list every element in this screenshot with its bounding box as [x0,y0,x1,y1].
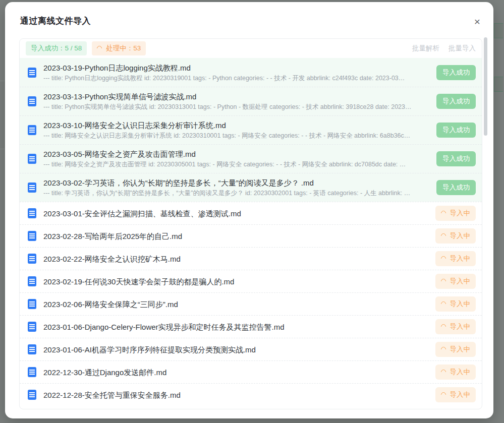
batch-parse-button[interactable]: 批量解析 [412,44,439,53]
file-name: 2022-12-30-通过Django发送邮件.md [43,367,428,378]
file-list: 2023-03-19-Python日志logging实战教程.md --- ti… [20,58,482,406]
file-list-panel: 导入成功：5 / 58 处理中：53 批量解析 批量导入 2023-03-19-… [19,38,482,409]
spinner-icon [439,346,446,353]
status-badge-importing: 导入中 [435,228,476,244]
status-badge-importing: 导入中 [435,365,476,380]
document-icon [28,231,36,241]
file-name: 2023-03-01-安全评估之漏洞扫描、基线检查、渗透测试.md [43,208,428,219]
spinner-icon [439,323,446,330]
document-icon [28,208,36,218]
scrollbar-thumb[interactable] [484,37,487,136]
spinner-icon [439,300,446,308]
status-badge-importing: 导入中 [435,342,476,357]
success-count-badge: 导入成功：5 / 58 [26,41,87,55]
document-icon [28,299,36,309]
document-icon [28,154,36,164]
document-icon [28,344,36,354]
file-name: 2023-02-28-写给两年后2025年的自己.md [43,230,428,242]
file-row: 2023-02-28-写给两年后2025年的自己.md 导入中 [20,224,482,247]
panel-toolbar: 导入成功：5 / 58 处理中：53 批量解析 批量导入 [20,39,482,58]
obscured-background-item [494,77,503,92]
document-icon [28,68,36,78]
file-meta: --- title: Python日志logging实战教程 id: 20230… [43,74,429,83]
status-badge-importing: 导入中 [435,319,476,334]
spinner-icon [439,210,446,217]
status-badge-importing: 导入中 [435,251,476,266]
spinner-icon [439,369,446,376]
file-name: 2023-03-19-Python日志logging实战教程.md [43,62,429,74]
batch-import-button[interactable]: 批量导入 [449,44,476,53]
file-name: 2023-02-22-网络安全之认识挖矿木马.md [43,253,428,265]
document-icon [28,96,36,106]
status-badge-success: 导入成功 [436,180,476,195]
file-name: 2023-03-13-Python实现简单信号滤波实战.md [43,91,429,102]
spinner-icon [439,255,446,262]
status-badge-importing: 导入中 [435,296,476,312]
file-row: 2023-01-06-AI机器学习时序序列特征提取实现分类预测实战.md 导入中 [20,338,482,360]
document-icon [28,276,36,286]
file-meta: --- title: 网络安全之资产及攻击面管理 id: 20230305001… [43,160,429,169]
spinner-icon [439,278,446,285]
file-row: 2023-03-19-Python日志logging实战教程.md --- ti… [20,58,482,87]
file-name: 2023-03-02-学习英语，你认为“长期”的坚持是多长，“大量”的阅读又是多… [43,177,429,189]
file-name: 2023-01-06-Django-Celery-Flower实现异步和定时任务… [43,321,428,333]
file-name: 2023-03-10-网络安全之认识日志采集分析审计系统.md [43,119,429,131]
file-name: 2022-12-28-安全托管与重保安全服务.md [43,389,428,401]
file-row: 2023-03-05-网络安全之资产及攻击面管理.md --- title: 网… [20,144,482,173]
file-name: 2023-02-19-任何说30天快速学会架子鼓的都是骗人的.md [43,276,428,287]
file-name: 2023-02-06-网络安全保障之“三同步”.md [43,298,428,310]
obscured-background-item [494,23,503,38]
document-icon [28,367,36,377]
file-row: 2022-12-28-安全托管与重保安全服务.md 导入中 [20,383,482,406]
spinner-icon [96,45,103,52]
file-meta: --- title: 网络安全之认识日志采集分析审计系统 id: 2023031… [43,131,429,141]
file-meta: --- title: Python实现简单信号滤波实战 id: 20230313… [43,102,429,112]
file-row: 2023-03-02-学习英语，你认为“长期”的坚持是多长，“大量”的阅读又是多… [20,173,482,202]
document-icon [28,254,36,264]
status-badge-importing: 导入中 [435,274,476,289]
spinner-icon [439,232,446,239]
file-name: 2023-03-05-网络安全之资产及攻击面管理.md [43,148,429,160]
close-icon[interactable]: × [471,16,483,28]
processing-count-label: 处理中：53 [106,44,141,53]
obscured-background-line [0,149,5,149]
file-row: 2023-02-06-网络安全保障之“三同步”.md 导入中 [20,292,482,315]
spinner-icon [439,391,446,398]
file-row: 2022-12-30-通过Django发送邮件.md 导入中 [20,360,482,383]
file-row: 2023-03-13-Python实现简单信号滤波实战.md --- title… [20,87,482,115]
import-offline-files-modal: 通过离线文件导入 × 导入成功：5 / 58 处理中：53 批量解析 批量导入 … [5,2,493,418]
document-icon [28,125,36,135]
file-row: 2023-02-19-任何说30天快速学会架子鼓的都是骗人的.md 导入中 [20,270,482,292]
status-badge-success: 导入成功 [436,123,476,138]
file-name: 2023-01-06-AI机器学习时序序列特征提取实现分类预测实战.md [43,344,428,355]
file-row: 2023-02-22-网络安全之认识挖矿木马.md 导入中 [20,247,482,270]
status-badge-success: 导入成功 [436,65,476,80]
file-row: 2023-03-10-网络安全之认识日志采集分析审计系统.md --- titl… [20,115,482,144]
processing-count-badge: 处理中：53 [92,41,146,55]
obscured-background-line [0,81,5,81]
document-icon [28,183,36,193]
file-row: 2023-01-06-Django-Celery-Flower实现异步和定时任务… [20,315,482,338]
file-row: 2023-03-01-安全评估之漏洞扫描、基线检查、渗透测试.md 导入中 [20,202,482,224]
status-badge-importing: 导入中 [435,387,476,402]
page-title: 通过离线文件导入 [20,15,478,27]
document-icon [28,390,36,400]
document-icon [28,322,36,332]
file-meta: --- title: 学习英语，你认为“长期”的坚持是多长，“大量”的阅读又是多… [43,189,429,198]
status-badge-success: 导入成功 [436,94,476,109]
status-badge-success: 导入成功 [436,151,476,166]
modal-header: 通过离线文件导入 × [5,2,493,33]
status-badge-importing: 导入中 [435,206,476,221]
